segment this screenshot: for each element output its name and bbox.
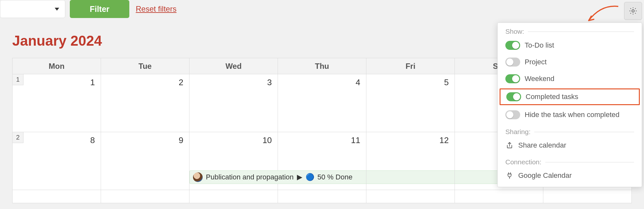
google-calendar-item[interactable]: Google Calendar xyxy=(498,168,642,184)
calendar-day-cell[interactable] xyxy=(278,190,366,203)
calendar-day-cell[interactable] xyxy=(366,190,455,203)
calendar-day-cell[interactable] xyxy=(455,190,543,203)
calendar-day-cell[interactable]: 5 xyxy=(366,74,455,132)
calendar-week-row xyxy=(13,190,631,203)
day-number: 10 xyxy=(262,135,272,145)
calendar-day-cell[interactable]: 2 8 xyxy=(13,132,101,190)
day-header: Wed xyxy=(189,58,278,74)
day-number: 8 xyxy=(90,135,95,145)
day-number: 11 xyxy=(351,135,360,145)
toggle-switch[interactable] xyxy=(505,110,520,119)
toggle-switch[interactable] xyxy=(505,74,520,83)
avatar xyxy=(193,172,203,182)
toggle-label: Project xyxy=(525,58,547,66)
toggle-switch[interactable] xyxy=(505,58,520,67)
day-number: 4 xyxy=(356,77,360,87)
group-label-show: Show: xyxy=(505,29,634,34)
filter-dropdown[interactable] xyxy=(0,0,65,18)
calendar-day-cell[interactable] xyxy=(543,190,631,203)
day-number: 1 xyxy=(90,77,95,87)
calendar-day-cell[interactable]: 9 xyxy=(101,132,189,190)
day-number: 5 xyxy=(444,77,449,87)
calendar-day-cell[interactable] xyxy=(101,190,189,203)
filter-button[interactable]: Filter xyxy=(70,0,129,18)
svg-point-0 xyxy=(632,10,634,12)
caret-down-icon xyxy=(55,8,59,11)
calendar-day-cell[interactable]: 12 xyxy=(366,132,455,190)
day-header: Fri xyxy=(366,58,455,74)
panel-item-label: Share calendar xyxy=(518,141,566,150)
calendar-day-cell[interactable]: 1 1 xyxy=(13,74,101,132)
week-number: 1 xyxy=(13,74,23,85)
day-header: Mon xyxy=(13,58,101,74)
toggle-weekend[interactable]: Weekend xyxy=(498,70,642,87)
settings-panel: Show: To-Do list Project Weekend Complet… xyxy=(497,23,642,187)
filter-toolbar: Filter Reset filters xyxy=(0,0,644,18)
toggle-label: Completed tasks xyxy=(526,93,578,101)
day-header: Tue xyxy=(101,58,189,74)
share-calendar-item[interactable]: Share calendar xyxy=(498,137,642,153)
reset-filters-link[interactable]: Reset filters xyxy=(136,5,177,14)
day-header: Thu xyxy=(278,58,366,74)
calendar-day-cell[interactable]: 11 xyxy=(278,132,366,190)
toggle-todo-list[interactable]: To-Do list xyxy=(498,37,642,54)
settings-button[interactable] xyxy=(624,2,642,20)
day-number: 12 xyxy=(439,135,449,145)
calendar-day-cell[interactable]: 3 xyxy=(189,74,278,132)
toggle-switch[interactable] xyxy=(505,41,520,50)
calendar-day-cell[interactable]: 2 xyxy=(101,74,189,132)
calendar-day-cell[interactable]: 4 xyxy=(278,74,366,132)
calendar-day-cell[interactable] xyxy=(13,190,101,203)
calendar-day-cell[interactable]: 10 Publication and propagation ▶ 🔵 50 % … xyxy=(189,132,278,190)
month-title: January 2024 xyxy=(12,33,522,49)
toggle-label: Hide the task when completed xyxy=(525,111,620,119)
day-number: 9 xyxy=(179,135,183,145)
calendar-day-cell[interactable] xyxy=(189,190,278,203)
toggle-label: Weekend xyxy=(525,75,555,83)
toggle-completed-tasks[interactable]: Completed tasks xyxy=(500,88,640,105)
toggle-label: To-Do list xyxy=(525,41,554,50)
group-label-sharing: Sharing: xyxy=(505,129,634,135)
gear-icon xyxy=(629,6,638,15)
day-number: 2 xyxy=(179,77,183,87)
plug-icon xyxy=(505,171,514,180)
day-number: 3 xyxy=(267,77,272,87)
toggle-switch[interactable] xyxy=(506,92,521,101)
toggle-project[interactable]: Project xyxy=(498,54,642,70)
group-label-connection: Connection: xyxy=(505,159,634,165)
share-icon xyxy=(505,141,514,150)
toggle-hide-completed[interactable]: Hide the task when completed xyxy=(498,106,642,123)
week-number: 2 xyxy=(13,132,23,143)
panel-item-label: Google Calendar xyxy=(518,171,572,180)
